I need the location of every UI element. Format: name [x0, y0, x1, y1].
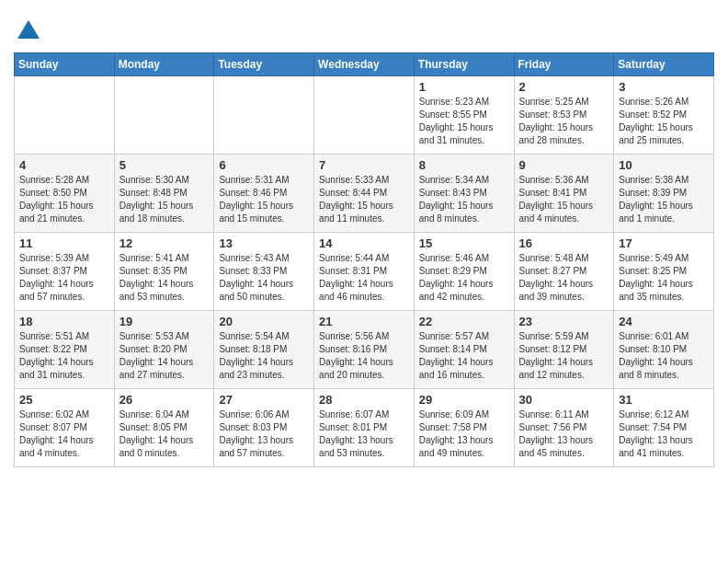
weekday-header-tuesday: Tuesday — [214, 52, 314, 75]
calendar-cell: 21Sunrise: 5:56 AM Sunset: 8:16 PM Dayli… — [314, 310, 415, 388]
calendar-cell: 12Sunrise: 5:41 AM Sunset: 8:35 PM Dayli… — [114, 232, 214, 310]
logo-triangle-icon — [16, 17, 41, 42]
calendar-cell: 15Sunrise: 5:46 AM Sunset: 8:29 PM Dayli… — [414, 232, 514, 310]
page-header — [14, 9, 714, 47]
weekday-header-friday: Friday — [514, 52, 614, 75]
day-number: 23 — [519, 315, 609, 328]
calendar-cell: 4Sunrise: 5:28 AM Sunset: 8:50 PM Daylig… — [15, 154, 115, 232]
day-info-text: Sunrise: 5:23 AM Sunset: 8:55 PM Dayligh… — [419, 96, 509, 147]
calendar-cell: 2Sunrise: 5:25 AM Sunset: 8:53 PM Daylig… — [514, 75, 614, 154]
weekday-header-saturday: Saturday — [614, 52, 714, 75]
day-number: 4 — [19, 158, 109, 172]
day-info-text: Sunrise: 5:41 AM Sunset: 8:35 PM Dayligh… — [119, 252, 210, 304]
day-number: 9 — [519, 158, 609, 172]
day-number: 11 — [19, 236, 109, 250]
calendar-cell: 11Sunrise: 5:39 AM Sunset: 8:37 PM Dayli… — [15, 232, 115, 310]
day-info-text: Sunrise: 6:04 AM Sunset: 8:05 PM Dayligh… — [119, 408, 210, 460]
day-info-text: Sunrise: 5:31 AM Sunset: 8:46 PM Dayligh… — [219, 174, 309, 225]
calendar-cell: 6Sunrise: 5:31 AM Sunset: 8:46 PM Daylig… — [214, 154, 314, 232]
day-info-text: Sunrise: 5:57 AM Sunset: 8:14 PM Dayligh… — [419, 330, 509, 382]
day-number: 3 — [619, 80, 709, 94]
calendar-cell: 3Sunrise: 5:26 AM Sunset: 8:52 PM Daylig… — [614, 75, 714, 154]
calendar-week-row: 18Sunrise: 5:51 AM Sunset: 8:22 PM Dayli… — [15, 310, 714, 388]
day-number: 8 — [419, 158, 509, 172]
day-info-text: Sunrise: 5:38 AM Sunset: 8:39 PM Dayligh… — [619, 174, 709, 225]
weekday-header-sunday: Sunday — [15, 52, 115, 75]
calendar-cell — [15, 75, 115, 154]
day-info-text: Sunrise: 6:09 AM Sunset: 7:58 PM Dayligh… — [419, 408, 509, 460]
day-number: 15 — [419, 236, 509, 250]
day-number: 31 — [619, 393, 709, 407]
calendar-cell: 31Sunrise: 6:12 AM Sunset: 7:54 PM Dayli… — [614, 388, 714, 466]
calendar-cell: 30Sunrise: 6:11 AM Sunset: 7:56 PM Dayli… — [514, 388, 614, 466]
calendar-cell: 13Sunrise: 5:43 AM Sunset: 8:33 PM Dayli… — [214, 232, 314, 310]
day-info-text: Sunrise: 5:44 AM Sunset: 8:31 PM Dayligh… — [319, 252, 409, 304]
day-info-text: Sunrise: 5:34 AM Sunset: 8:43 PM Dayligh… — [419, 174, 509, 225]
day-number: 24 — [619, 315, 709, 328]
day-number: 27 — [219, 393, 309, 407]
calendar-cell: 26Sunrise: 6:04 AM Sunset: 8:05 PM Dayli… — [114, 388, 214, 466]
calendar-cell: 7Sunrise: 5:33 AM Sunset: 8:44 PM Daylig… — [314, 154, 415, 232]
day-number: 28 — [319, 393, 409, 407]
day-number: 29 — [419, 393, 509, 407]
calendar-cell: 20Sunrise: 5:54 AM Sunset: 8:18 PM Dayli… — [214, 310, 314, 388]
day-number: 14 — [319, 236, 409, 250]
day-number: 22 — [419, 315, 509, 328]
day-info-text: Sunrise: 5:59 AM Sunset: 8:12 PM Dayligh… — [519, 330, 609, 382]
calendar-cell: 19Sunrise: 5:53 AM Sunset: 8:20 PM Dayli… — [114, 310, 214, 388]
calendar-cell — [314, 75, 415, 154]
day-info-text: Sunrise: 6:11 AM Sunset: 7:56 PM Dayligh… — [519, 408, 609, 460]
day-info-text: Sunrise: 5:36 AM Sunset: 8:41 PM Dayligh… — [519, 174, 609, 225]
day-info-text: Sunrise: 6:07 AM Sunset: 8:01 PM Dayligh… — [319, 408, 409, 460]
calendar-cell: 24Sunrise: 6:01 AM Sunset: 8:10 PM Dayli… — [614, 310, 714, 388]
calendar-cell: 10Sunrise: 5:38 AM Sunset: 8:39 PM Dayli… — [614, 154, 714, 232]
day-number: 5 — [119, 158, 210, 172]
day-info-text: Sunrise: 5:51 AM Sunset: 8:22 PM Dayligh… — [19, 330, 109, 382]
day-info-text: Sunrise: 6:01 AM Sunset: 8:10 PM Dayligh… — [619, 330, 709, 382]
calendar-header-row: SundayMondayTuesdayWednesdayThursdayFrid… — [15, 52, 714, 75]
day-number: 17 — [619, 236, 709, 250]
calendar-cell — [214, 75, 314, 154]
calendar-table: SundayMondayTuesdayWednesdayThursdayFrid… — [14, 52, 714, 467]
calendar-cell: 17Sunrise: 5:49 AM Sunset: 8:25 PM Dayli… — [614, 232, 714, 310]
calendar-week-row: 11Sunrise: 5:39 AM Sunset: 8:37 PM Dayli… — [15, 232, 714, 310]
calendar-cell: 22Sunrise: 5:57 AM Sunset: 8:14 PM Dayli… — [414, 310, 514, 388]
day-info-text: Sunrise: 6:06 AM Sunset: 8:03 PM Dayligh… — [219, 408, 309, 460]
calendar-cell: 23Sunrise: 5:59 AM Sunset: 8:12 PM Dayli… — [514, 310, 614, 388]
calendar-cell: 5Sunrise: 5:30 AM Sunset: 8:48 PM Daylig… — [114, 154, 214, 232]
weekday-header-wednesday: Wednesday — [314, 52, 415, 75]
day-info-text: Sunrise: 5:43 AM Sunset: 8:33 PM Dayligh… — [219, 252, 309, 304]
calendar-cell: 9Sunrise: 5:36 AM Sunset: 8:41 PM Daylig… — [514, 154, 614, 232]
calendar-cell: 27Sunrise: 6:06 AM Sunset: 8:03 PM Dayli… — [214, 388, 314, 466]
day-info-text: Sunrise: 5:49 AM Sunset: 8:25 PM Dayligh… — [619, 252, 709, 304]
day-number: 1 — [419, 80, 509, 94]
day-info-text: Sunrise: 5:26 AM Sunset: 8:52 PM Dayligh… — [619, 96, 709, 147]
calendar-cell: 14Sunrise: 5:44 AM Sunset: 8:31 PM Dayli… — [314, 232, 415, 310]
day-info-text: Sunrise: 5:30 AM Sunset: 8:48 PM Dayligh… — [119, 174, 210, 225]
calendar-week-row: 4Sunrise: 5:28 AM Sunset: 8:50 PM Daylig… — [15, 154, 714, 232]
day-number: 16 — [519, 236, 609, 250]
day-number: 30 — [519, 393, 609, 407]
day-info-text: Sunrise: 5:48 AM Sunset: 8:27 PM Dayligh… — [519, 252, 609, 304]
day-info-text: Sunrise: 6:02 AM Sunset: 8:07 PM Dayligh… — [19, 408, 109, 460]
calendar-cell: 29Sunrise: 6:09 AM Sunset: 7:58 PM Dayli… — [414, 388, 514, 466]
day-number: 13 — [219, 236, 309, 250]
day-number: 26 — [119, 393, 210, 407]
day-number: 25 — [19, 393, 109, 407]
day-number: 7 — [319, 158, 409, 172]
svg-marker-0 — [17, 20, 40, 39]
day-info-text: Sunrise: 5:39 AM Sunset: 8:37 PM Dayligh… — [19, 252, 109, 304]
day-info-text: Sunrise: 5:25 AM Sunset: 8:53 PM Dayligh… — [519, 96, 609, 147]
day-number: 19 — [119, 315, 210, 328]
day-number: 18 — [19, 315, 109, 328]
weekday-header-thursday: Thursday — [414, 52, 514, 75]
logo — [14, 17, 41, 47]
day-number: 20 — [219, 315, 309, 328]
calendar-cell — [114, 75, 214, 154]
calendar-cell: 28Sunrise: 6:07 AM Sunset: 8:01 PM Dayli… — [314, 388, 415, 466]
calendar-cell: 25Sunrise: 6:02 AM Sunset: 8:07 PM Dayli… — [15, 388, 115, 466]
day-info-text: Sunrise: 5:33 AM Sunset: 8:44 PM Dayligh… — [319, 174, 409, 225]
calendar-cell: 1Sunrise: 5:23 AM Sunset: 8:55 PM Daylig… — [414, 75, 514, 154]
day-info-text: Sunrise: 5:28 AM Sunset: 8:50 PM Dayligh… — [19, 174, 109, 225]
calendar-cell: 18Sunrise: 5:51 AM Sunset: 8:22 PM Dayli… — [15, 310, 115, 388]
